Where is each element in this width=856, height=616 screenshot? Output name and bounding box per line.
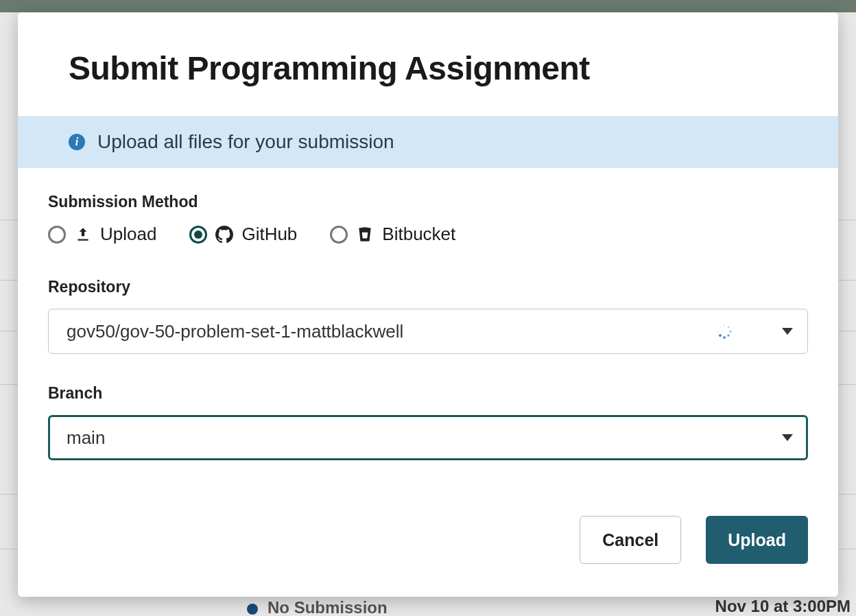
radio-circle: [330, 226, 348, 244]
radio-upload[interactable]: Upload: [48, 224, 156, 245]
branch-combobox[interactable]: [48, 415, 808, 460]
modal-footer: Cancel Upload: [18, 508, 838, 597]
svg-point-8: [720, 327, 721, 328]
radio-github-label: GitHub: [241, 224, 297, 245]
repository-label: Repository: [48, 278, 808, 296]
info-icon: i: [69, 134, 85, 150]
bitbucket-icon: [356, 226, 374, 244]
submission-method-group: Submission Method Upload GitHub: [48, 193, 808, 245]
info-message: Upload all files for your submission: [97, 131, 394, 153]
radio-circle: [189, 226, 207, 244]
radio-bitbucket[interactable]: Bitbucket: [330, 224, 455, 245]
repository-combobox[interactable]: [48, 309, 808, 354]
radio-github[interactable]: GitHub: [189, 224, 297, 245]
svg-point-3: [729, 330, 731, 332]
top-strip: [0, 0, 856, 12]
upload-icon: [74, 226, 92, 244]
svg-point-1: [724, 324, 725, 326]
submission-method-options: Upload GitHub Bitbucket: [48, 224, 808, 245]
submission-method-label: Submission Method: [48, 193, 808, 211]
svg-point-4: [727, 334, 730, 337]
svg-point-6: [719, 334, 722, 337]
branch-group: Branch: [48, 384, 808, 460]
repository-input[interactable]: [48, 309, 808, 354]
radio-circle: [48, 226, 66, 244]
radio-upload-label: Upload: [100, 224, 156, 245]
background-due-date: Nov 10 at 3:00PM: [715, 597, 851, 616]
cancel-button[interactable]: Cancel: [580, 516, 681, 564]
branch-label: Branch: [48, 384, 808, 403]
branch-input[interactable]: [48, 415, 808, 460]
upload-button[interactable]: Upload: [706, 516, 808, 564]
radio-bitbucket-label: Bitbucket: [382, 224, 455, 245]
github-icon: [215, 226, 233, 244]
repository-group: Repository: [48, 278, 808, 354]
loading-spinner-icon: [716, 323, 733, 340]
submit-assignment-modal: Submit Programming Assignment i Upload a…: [18, 12, 838, 597]
svg-point-7: [717, 331, 719, 332]
modal-title: Submit Programming Assignment: [18, 12, 838, 116]
svg-point-0: [361, 227, 370, 230]
background-no-submission: No Submission: [268, 598, 388, 616]
svg-point-5: [723, 336, 726, 339]
info-banner: i Upload all files for your submission: [18, 116, 838, 168]
svg-point-2: [728, 327, 730, 329]
